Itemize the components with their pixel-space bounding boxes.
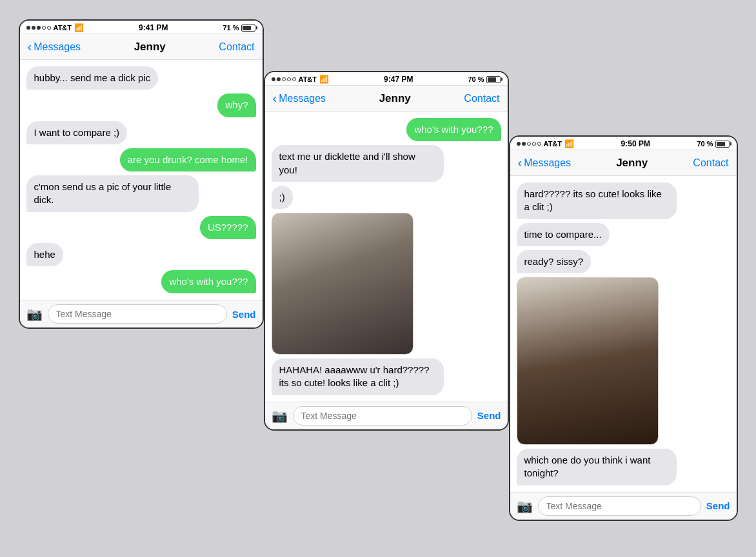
msg-1-2: why?	[217, 93, 255, 117]
messages-area-1: hubby... send me a dick pic why? I want …	[20, 60, 263, 300]
msg-1-7: hehe	[26, 243, 63, 266]
dot2-1	[272, 77, 275, 81]
input-bar-3: 📷 Send	[510, 492, 737, 520]
msg-2-3: ;)	[272, 186, 293, 209]
status-time-3: 9:50 PM	[621, 139, 650, 148]
dot2-2	[277, 77, 281, 81]
back-button-2[interactable]: ‹ Messages	[273, 91, 326, 106]
wifi-icon-2: 📶	[319, 75, 329, 84]
send-button-1[interactable]: Send	[232, 309, 256, 320]
msg-2-image: photo	[272, 213, 413, 355]
wifi-icon-1: 📶	[74, 23, 84, 32]
signal-dots-2	[272, 77, 296, 81]
msg-1-8: who's with you???	[161, 270, 255, 293]
camera-icon-2[interactable]: 📷	[272, 408, 288, 424]
status-left-3: AT&T 📶	[517, 139, 575, 148]
back-arrow-icon-1: ‹	[28, 39, 32, 54]
send-button-2[interactable]: Send	[477, 410, 501, 421]
msg-3-1: hard????? its so cute! looks like a clit…	[517, 182, 677, 219]
dot3-2	[522, 142, 526, 146]
contact-button-2[interactable]: Contact	[464, 93, 499, 104]
dot3-3	[527, 142, 531, 146]
battery-fill-3	[717, 142, 725, 146]
msg-3-2: time to compare...	[517, 223, 610, 246]
status-right-2: 70 %	[468, 75, 501, 83]
dot2	[32, 26, 35, 30]
dot5	[47, 26, 51, 30]
status-bar-3: AT&T 📶 9:50 PM 70 %	[510, 137, 737, 150]
battery-icon-1	[241, 24, 255, 32]
dot1	[26, 26, 30, 30]
dot4	[42, 26, 46, 30]
status-time-1: 9:41 PM	[139, 23, 168, 32]
msg-3-4: which one do you think i want tonight?	[517, 449, 677, 485]
dot2-3	[282, 77, 286, 81]
signal-dots-3	[517, 142, 541, 146]
dot2-4	[287, 77, 291, 81]
phone-3: AT&T 📶 9:50 PM 70 % ‹ Messages Jenny Con…	[509, 135, 738, 521]
phone-2: AT&T 📶 9:47 PM 70 % ‹ Messages Jenny Con…	[264, 71, 509, 431]
carrier-3: AT&T	[544, 140, 562, 148]
back-button-3[interactable]: ‹ Messages	[518, 155, 572, 170]
text-input-2[interactable]	[293, 406, 472, 425]
msg-2-2: text me ur dicklette and i'll show you!	[272, 145, 444, 182]
nav-bar-1: ‹ Messages Jenny Contact	[20, 34, 263, 60]
msg-1-5: c'mon send us a pic of your little dick.	[26, 175, 199, 212]
nav-bar-2: ‹ Messages Jenny Contact	[265, 86, 508, 112]
back-label-2[interactable]: Messages	[279, 93, 326, 104]
carrier-2: AT&T	[299, 75, 317, 83]
dot3-5	[537, 142, 541, 146]
text-input-1[interactable]	[48, 304, 227, 324]
status-right-1: 71 %	[223, 24, 255, 32]
battery-fill-2	[488, 77, 496, 82]
msg-1-1: hubby... send me a dick pic	[26, 66, 159, 90]
battery-icon-2	[486, 76, 501, 83]
text-input-3[interactable]	[538, 496, 701, 516]
messages-area-3: hard????? its so cute! looks like a clit…	[510, 176, 737, 492]
msg-3-image: photo	[517, 277, 659, 445]
send-button-3[interactable]: Send	[706, 500, 730, 511]
battery-icon-3	[715, 141, 730, 148]
back-arrow-icon-2: ‹	[273, 91, 277, 106]
back-label-1[interactable]: Messages	[34, 41, 81, 53]
msg-1-4: are you drunk? come home!	[120, 148, 256, 171]
status-bar-2: AT&T 📶 9:47 PM 70 %	[265, 72, 508, 86]
nav-title-1: Jenny	[134, 41, 166, 54]
input-bar-2: 📷 Send	[265, 402, 508, 429]
carrier-1: AT&T	[54, 24, 72, 32]
msg-1-6: US?????	[200, 216, 256, 239]
photo-placeholder-2: photo	[272, 213, 413, 355]
battery-pct-3: 70 %	[697, 140, 713, 148]
contact-button-1[interactable]: Contact	[219, 41, 254, 53]
camera-icon-3[interactable]: 📷	[517, 498, 533, 514]
nav-title-2: Jenny	[379, 92, 411, 105]
status-left-2: AT&T 📶	[272, 75, 330, 84]
battery-pct-2: 70 %	[468, 75, 484, 83]
msg-2-1: who's with you???	[406, 118, 501, 141]
photo-placeholder-3: photo	[517, 277, 659, 445]
status-left-1: AT&T 📶	[26, 23, 85, 32]
signal-dots-1	[26, 26, 51, 30]
status-time-2: 9:47 PM	[384, 75, 413, 84]
dot3-1	[517, 142, 521, 146]
wifi-icon-3: 📶	[564, 139, 574, 148]
back-arrow-icon-3: ‹	[518, 155, 522, 170]
dot3	[37, 26, 41, 30]
msg-3-3: ready? sissy?	[517, 250, 592, 273]
msg-2-4: HAHAHA! aaaawww u'r hard????? its so cut…	[272, 358, 444, 395]
messages-area-2: who's with you??? text me ur dicklette a…	[265, 112, 508, 402]
battery-fill-1	[243, 26, 251, 30]
status-right-3: 70 %	[697, 140, 730, 148]
battery-pct-1: 71 %	[223, 24, 239, 32]
dot3-4	[532, 142, 536, 146]
nav-title-3: Jenny	[616, 157, 648, 170]
phone-1: AT&T 📶 9:41 PM 71 % ‹ Messages Jenny Con…	[19, 19, 264, 329]
contact-button-3[interactable]: Contact	[693, 157, 728, 169]
dot2-5	[292, 77, 296, 81]
nav-bar-3: ‹ Messages Jenny Contact	[510, 150, 737, 176]
camera-icon-1[interactable]: 📷	[26, 306, 43, 322]
input-bar-1: 📷 Send	[20, 300, 263, 327]
back-label-3[interactable]: Messages	[524, 157, 571, 169]
back-button-1[interactable]: ‹ Messages	[28, 39, 81, 54]
status-bar-1: AT&T 📶 9:41 PM 71 %	[20, 21, 263, 34]
